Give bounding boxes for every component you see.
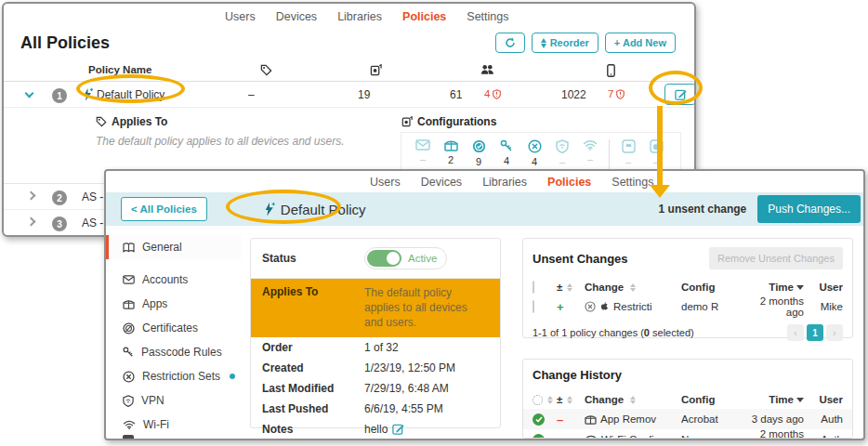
row-checkbox[interactable] [533, 300, 534, 313]
config-android[interactable]: – [614, 139, 642, 167]
mail-icon [415, 139, 430, 151]
change-config: New [681, 434, 748, 439]
back-to-policies-button[interactable]: < All Policies [121, 197, 207, 221]
config-apps[interactable]: 2 [437, 139, 465, 165]
policy-order-badge: 3 [52, 216, 67, 231]
success-check-icon [533, 413, 545, 426]
sort-desc-icon [796, 285, 804, 290]
tag-column-icon [260, 64, 272, 76]
sidebar-item-vpn[interactable]: VPN [106, 388, 242, 413]
devices-count: 1022 [561, 88, 586, 101]
history-table-header: ± Change Config Time User [523, 390, 852, 409]
tags-count: – [248, 88, 255, 101]
created-value: 1/23/19, 12:50 PM [364, 361, 455, 374]
nav-settings[interactable]: Settings [467, 10, 508, 23]
certificate-icon [123, 322, 135, 334]
nav-devices[interactable]: Devices [421, 176, 462, 189]
change-config: demo R [681, 301, 748, 312]
unsent-indicator-dot [230, 374, 235, 379]
nav-libraries[interactable]: Libraries [337, 10, 382, 23]
sidebar-item-partial-icon [123, 435, 134, 439]
policy-name[interactable]: AS - [82, 190, 103, 203]
divider [609, 139, 610, 173]
sort-icon [567, 396, 572, 404]
screenshot-stage: Users Devices Libraries Policies Setting… [0, 0, 868, 446]
applies-to-heading: Applies To [112, 115, 167, 128]
sidebar-item-certificates[interactable]: Certificates [106, 316, 242, 340]
policy-name[interactable]: AS - [82, 216, 103, 230]
sidebar-item-accounts[interactable]: Accounts [106, 268, 242, 292]
nav-settings[interactable]: Settings [612, 176, 653, 189]
column-policy-name: Policy Name [88, 64, 151, 75]
sort-icon [547, 396, 553, 404]
apps-icon [585, 414, 597, 425]
config-passcode[interactable]: 4 [493, 139, 520, 166]
success-check-icon [533, 434, 545, 439]
change-time: 2 months ago [748, 428, 804, 439]
policy-title-text: Default Policy [281, 202, 366, 217]
change-config: Acrobat [681, 413, 748, 425]
nav-policies[interactable]: Policies [547, 176, 591, 189]
nav-policies[interactable]: Policies [402, 10, 446, 23]
status-toggle[interactable]: Active [364, 247, 447, 269]
wifi-icon [585, 435, 598, 439]
unsent-change-row[interactable]: + Restricti demo R 2 months ago Mike [533, 296, 843, 317]
policy-row-default[interactable]: 1 Default Policy – 19 61 4 1022 7 [4, 82, 694, 108]
sidebar-item-restriction-sets[interactable]: Restriction Sets [106, 364, 242, 388]
config-accounts[interactable]: – [409, 139, 437, 164]
remove-unsent-changes-button[interactable]: Remove Unsent Changes [709, 247, 843, 269]
change-time: 3 days ago [748, 413, 804, 425]
sidebar-item-general[interactable]: General [106, 235, 242, 259]
push-changes-button[interactable]: Push Changes... [757, 195, 861, 223]
add-new-button[interactable]: + Add New [605, 33, 676, 53]
nav-users[interactable]: Users [225, 10, 256, 23]
nav-users[interactable]: Users [370, 176, 401, 189]
policy-order-badge: 2 [52, 190, 67, 205]
configurations-column-icon [370, 64, 382, 76]
edit-policy-button[interactable] [664, 84, 696, 105]
wifi-icon [583, 139, 598, 151]
applies-to-label: Applies To [262, 285, 364, 298]
applies-to-row: Applies To The default policy applies to… [251, 279, 500, 337]
nav-libraries[interactable]: Libraries [482, 176, 527, 189]
history-row[interactable]: – Wi-Fi Config New 2 months ago Auth [523, 429, 852, 439]
refresh-button[interactable] [495, 33, 525, 53]
config-vpn[interactable]: – [548, 139, 576, 167]
android-box-icon [622, 139, 636, 153]
prev-page-button[interactable]: ‹ [787, 324, 804, 341]
history-row[interactable]: – App Remov Acrobat 3 days ago Auth [523, 409, 852, 429]
vpn-shield-icon [556, 139, 569, 153]
unsent-changes-title: Unsent Changes [533, 252, 628, 266]
top-nav: Users Devices Libraries Policies Setting… [4, 4, 694, 28]
policy-header-bar: < All Policies Default Policy 1 unsent c… [106, 192, 863, 226]
config-certificates[interactable]: 9 [465, 139, 493, 167]
nav-devices[interactable]: Devices [276, 10, 317, 23]
book-icon [123, 243, 135, 253]
edit-pencil-icon [675, 88, 687, 100]
refresh-icon [505, 37, 516, 48]
sidebar-item-apps[interactable]: Apps [106, 292, 242, 316]
sidebar-item-passcode-rules[interactable]: Passcode Rules [106, 340, 242, 364]
tag-icon [96, 116, 107, 127]
key-icon [500, 139, 513, 152]
select-all-checkbox[interactable] [533, 281, 534, 294]
next-page-button[interactable]: › [826, 324, 843, 341]
sidebar-item-wifi[interactable]: Wi-Fi [106, 413, 242, 437]
config-wifi[interactable]: – [576, 139, 604, 164]
policy-bolt-icon [263, 203, 276, 216]
apps-icon [444, 139, 458, 151]
config-apple[interactable]: – [642, 139, 670, 167]
policy-name[interactable]: Default Policy [97, 88, 164, 101]
pagination: ‹ 1 › [787, 324, 843, 341]
page-1-button[interactable]: 1 [807, 324, 823, 341]
collapse-chevron-icon[interactable] [26, 90, 33, 97]
expand-chevron-icon[interactable] [28, 218, 34, 225]
expand-chevron-icon[interactable] [28, 192, 34, 199]
status-label: Status [262, 252, 364, 265]
config-restrictions[interactable]: 4 [520, 139, 548, 167]
policy-order-badge: 1 [52, 88, 67, 103]
users-column-icon [480, 64, 494, 75]
sort-icon [630, 396, 636, 404]
edit-notes-icon[interactable] [392, 423, 404, 435]
reorder-button[interactable]: Reorder [532, 33, 598, 53]
